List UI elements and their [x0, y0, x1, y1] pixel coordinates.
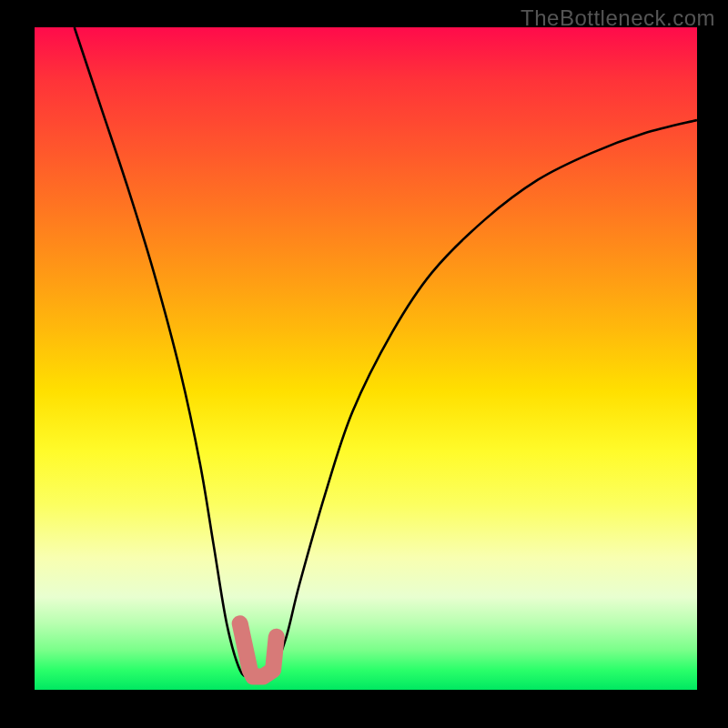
curve-path — [75, 27, 697, 677]
watermark-text: TheBottleneck.com — [521, 5, 715, 31]
bottleneck-curve — [35, 27, 697, 690]
highlight-marker — [240, 623, 277, 676]
chart-plot-area — [35, 27, 697, 690]
